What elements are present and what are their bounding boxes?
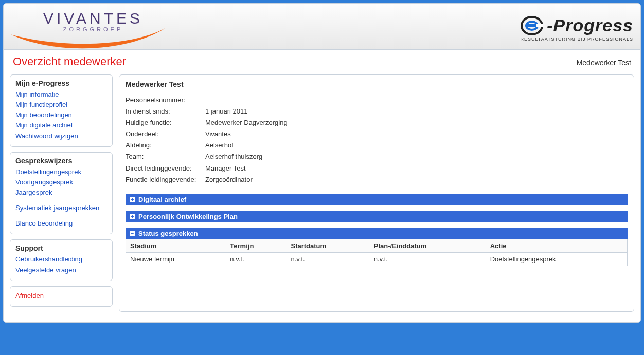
cell-stadium: Nieuwe termijn xyxy=(126,252,226,266)
expand-icon: + xyxy=(130,197,135,202)
sidebar-section-mijn-eprogress: Mijn e-Progress Mijn informatie Mijn fun… xyxy=(10,74,113,147)
detail-row: Functie leidinggevende:Zorgcoördinator xyxy=(126,174,292,185)
panel-pop: + Persoonlijk Ontwikkelings Plan xyxy=(126,211,628,222)
detail-label: Personeelsnummer: xyxy=(126,95,205,106)
detail-value: Zorgcoördinator xyxy=(205,174,292,185)
sidebar-heading: Support xyxy=(15,244,107,252)
detail-row: Huidige functie:Medewerker Dagverzorging xyxy=(126,117,292,128)
detail-label: Direct leidinggevende: xyxy=(126,163,205,174)
detail-value: 1 januari 2011 xyxy=(205,106,292,117)
panel-title: Digitaal archief xyxy=(138,196,186,203)
sidebar-item-voortgangsgesprek[interactable]: Voortgangsgesprek xyxy=(15,177,107,188)
detail-label: Functie leidinggevende: xyxy=(126,174,205,185)
table-row: Nieuwe termijn n.v.t. n.v.t. n.v.t. Doel… xyxy=(126,252,627,266)
sidebar-item-systematiek-jaargesprekken[interactable]: Systematiek jaargesprekken xyxy=(15,203,107,213)
detail-row: Onderdeel:Vivantes xyxy=(126,128,292,140)
detail-label: In dienst sinds: xyxy=(126,106,205,117)
swoosh-icon xyxy=(11,28,165,49)
vivantes-brand-text: VIVANTES xyxy=(43,10,143,27)
detail-value xyxy=(205,95,292,106)
content-area: Mijn e-Progress Mijn informatie Mijn fun… xyxy=(4,71,640,322)
sidebar-item-wachtwoord-wijzigen[interactable]: Wachtwoord wijzigen xyxy=(15,131,107,141)
sidebar-item-mijn-informatie[interactable]: Mijn informatie xyxy=(15,89,107,100)
col-einddatum: Plan-/Einddatum xyxy=(370,239,486,253)
sidebar-item-mijn-functieprofiel[interactable]: Mijn functieprofiel xyxy=(15,100,107,110)
sidebar-item-mijn-beoordelingen[interactable]: Mijn beoordelingen xyxy=(15,110,107,120)
header-bar: VIVANTES ZORGGROEP -Progress RESULTAATST… xyxy=(4,4,640,50)
status-table: Stadium Termijn Startdatum Plan-/Einddat… xyxy=(126,239,627,266)
sidebar-section-logout: Afmelden xyxy=(10,286,113,307)
panel-body-status: Stadium Termijn Startdatum Plan-/Einddat… xyxy=(126,239,628,266)
page-title: Overzicht medewerker xyxy=(13,55,126,68)
cell-einddatum: n.v.t. xyxy=(370,252,486,266)
vivantes-logo: VIVANTES ZORGGROEP xyxy=(11,10,175,46)
col-startdatum: Startdatum xyxy=(287,239,369,253)
main-panel: Medewerker Test Personeelsnummer: In die… xyxy=(119,74,634,312)
svg-rect-3 xyxy=(526,24,536,27)
panel-header-digitaal-archief[interactable]: + Digitaal archief xyxy=(126,194,628,205)
sidebar-item-gebruikershandleiding[interactable]: Gebruikershandleiding xyxy=(15,254,107,265)
col-stadium: Stadium xyxy=(126,239,226,253)
sidebar-item-mijn-digitale-archief[interactable]: Mijn digitale archief xyxy=(15,120,107,130)
collapse-icon: − xyxy=(130,231,135,236)
detail-value: Medewerker Dagverzorging xyxy=(205,117,292,128)
cell-termijn: n.v.t. xyxy=(226,252,287,266)
panel-status-gesprekken: − Status gesprekken Stadium Termijn Star… xyxy=(126,228,628,266)
sidebar-item-veelgestelde-vragen[interactable]: Veelgestelde vragen xyxy=(15,265,107,275)
panel-header-pop[interactable]: + Persoonlijk Ontwikkelings Plan xyxy=(126,211,628,222)
sidebar-section-support: Support Gebruikershandleiding Veelgestel… xyxy=(10,239,113,281)
detail-row: Personeelsnummer: xyxy=(126,95,292,106)
employee-name: Medewerker Test xyxy=(126,80,628,88)
detail-label: Afdeling: xyxy=(126,140,205,151)
panel-title: Persoonlijk Ontwikkelings Plan xyxy=(138,213,238,220)
detail-row: Afdeling:Aelserhof xyxy=(126,140,292,151)
cell-actie: Doelstellingengesprek xyxy=(486,252,627,266)
sidebar-item-doelstellingengesprek[interactable]: Doelstellingengesprek xyxy=(15,167,107,177)
panel-digitaal-archief: + Digitaal archief xyxy=(126,194,628,205)
panel-title: Status gesprekken xyxy=(138,230,198,237)
sidebar-heading: Mijn e-Progress xyxy=(15,79,107,87)
eprogress-tagline: RESULTAATSTURING BIJ PROFESSIONALS xyxy=(520,36,633,42)
sidebar-item-jaargesprek[interactable]: Jaargesprek xyxy=(15,188,107,198)
cell-startdatum: n.v.t. xyxy=(287,252,369,266)
detail-label: Onderdeel: xyxy=(126,128,205,140)
detail-label: Team: xyxy=(126,151,205,162)
detail-value: Manager Test xyxy=(205,163,292,174)
sidebar: Mijn e-Progress Mijn informatie Mijn fun… xyxy=(10,74,113,312)
eprogress-word: -Progress xyxy=(547,15,633,35)
eprogress-logo: -Progress RESULTAATSTURING BIJ PROFESSIO… xyxy=(520,14,633,42)
sidebar-item-afmelden[interactable]: Afmelden xyxy=(15,291,107,301)
detail-row: Direct leidinggevende:Manager Test xyxy=(126,163,292,174)
detail-value: Aelserhof xyxy=(205,140,292,151)
sidebar-item-blanco-beoordeling[interactable]: Blanco beoordeling xyxy=(15,218,107,229)
page-user-label: Medewerker Test xyxy=(577,59,631,67)
detail-label: Huidige functie: xyxy=(126,117,205,128)
employee-details-table: Personeelsnummer: In dienst sinds:1 janu… xyxy=(126,95,292,185)
detail-value: Aelserhof thuiszorg xyxy=(205,151,292,162)
detail-value: Vivantes xyxy=(205,128,292,140)
sidebar-heading: Gesprekswijzers xyxy=(15,157,107,165)
col-termijn: Termijn xyxy=(226,239,287,253)
sidebar-section-gesprekswijzers: Gesprekswijzers Doelstellingengesprek Vo… xyxy=(10,152,113,235)
col-actie: Actie xyxy=(486,239,627,253)
app-frame: VIVANTES ZORGGROEP -Progress RESULTAATST… xyxy=(3,3,641,323)
eprogress-icon xyxy=(520,14,544,38)
title-row: Overzicht medewerker Medewerker Test xyxy=(4,50,640,71)
expand-icon: + xyxy=(130,214,135,219)
detail-row: In dienst sinds:1 januari 2011 xyxy=(126,106,292,117)
panel-header-status-gesprekken[interactable]: − Status gesprekken xyxy=(126,228,628,239)
detail-row: Team:Aelserhof thuiszorg xyxy=(126,151,292,162)
